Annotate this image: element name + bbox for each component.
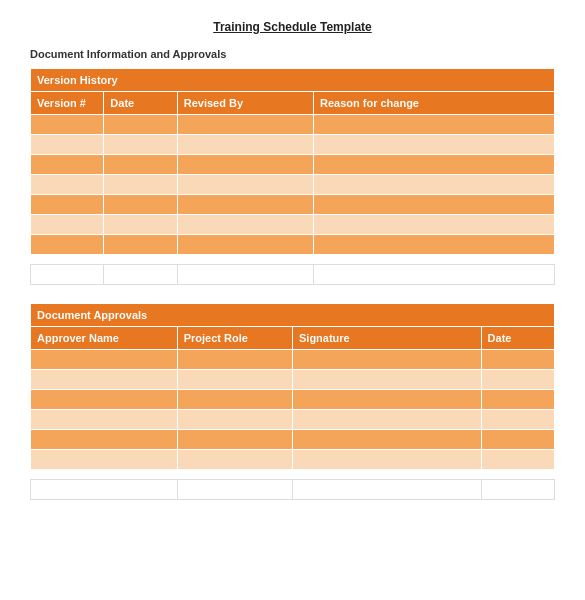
version-history-section: Version History Version # Date Revised B…	[30, 68, 555, 285]
ap-col-date: Date	[481, 327, 554, 350]
page-title: Training Schedule Template	[30, 20, 555, 34]
approvals-header-row: Document Approvals	[31, 304, 555, 327]
spacer-row	[31, 255, 555, 265]
table-row	[31, 215, 555, 235]
version-history-label: Version History	[31, 69, 555, 92]
table-row	[31, 350, 555, 370]
table-row	[31, 135, 555, 155]
version-history-header-row: Version History	[31, 69, 555, 92]
table-row	[31, 235, 555, 255]
version-history-table: Version History Version # Date Revised B…	[30, 68, 555, 285]
ap-col-name: Approver Name	[31, 327, 178, 350]
document-approvals-table: Document Approvals Approver Name Project…	[30, 303, 555, 500]
table-row	[31, 410, 555, 430]
vh-col-revised: Revised By	[177, 92, 313, 115]
table-row	[31, 370, 555, 390]
table-row	[31, 430, 555, 450]
ap-col-sig: Signature	[292, 327, 481, 350]
vh-col-date: Date	[104, 92, 177, 115]
approvals-label: Document Approvals	[31, 304, 555, 327]
vh-col-version: Version #	[31, 92, 104, 115]
table-row	[31, 450, 555, 470]
ap-col-role: Project Role	[177, 327, 292, 350]
table-row	[31, 115, 555, 135]
approvals-col-headers: Approver Name Project Role Signature Dat…	[31, 327, 555, 350]
doc-info-label: Document Information and Approvals	[30, 48, 555, 60]
table-row	[31, 390, 555, 410]
document-approvals-section: Document Approvals Approver Name Project…	[30, 303, 555, 500]
table-row	[31, 195, 555, 215]
table-row	[31, 175, 555, 195]
table-row	[31, 480, 555, 500]
table-row	[31, 155, 555, 175]
table-row	[31, 265, 555, 285]
version-history-col-headers: Version # Date Revised By Reason for cha…	[31, 92, 555, 115]
spacer-row	[31, 470, 555, 480]
vh-col-reason: Reason for change	[313, 92, 554, 115]
